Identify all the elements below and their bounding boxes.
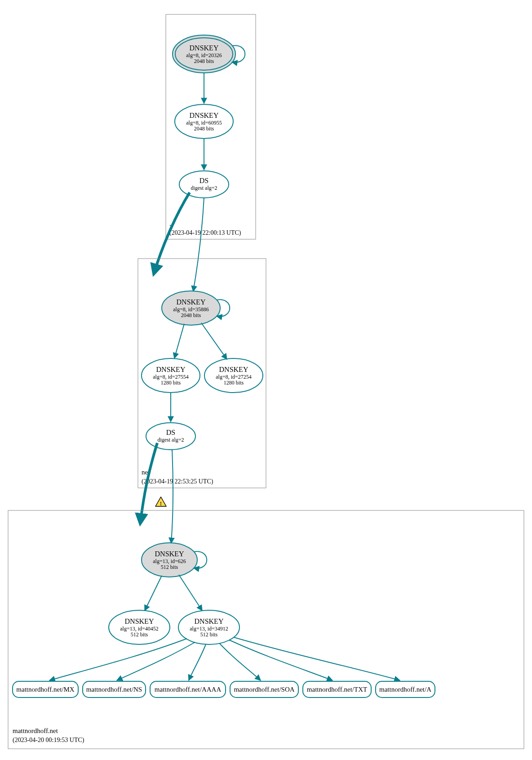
svg-point-10 [179,171,229,198]
svg-text:2048 bits: 2048 bits [194,58,214,64]
node-net-ksk: DNSKEY alg=8, id=35886 2048 bits [162,291,220,325]
svg-text:512 bits: 512 bits [200,631,218,638]
node-domain-zsk2: DNSKEY alg=13, id=34912 512 bits [178,610,239,644]
edge-zsk2-mx [49,639,187,680]
svg-text:digest alg=2: digest alg=2 [157,437,184,443]
svg-text:mattnordhoff.net/AAAA: mattnordhoff.net/AAAA [155,686,222,693]
svg-text:alg=13, id=34912: alg=13, id=34912 [190,626,228,632]
zone-domain-timestamp: (2023-04-20 00:19:53 UTC) [13,737,84,744]
svg-text:DNSKEY: DNSKEY [195,617,224,625]
edge-zsk2-aaaa [189,644,206,680]
edge-domain-ksk-zsk1 [145,576,162,611]
svg-text:mattnordhoff.net/MX: mattnordhoff.net/MX [16,686,74,693]
svg-text:2048 bits: 2048 bits [194,125,214,132]
svg-text:alg=8, id=27554: alg=8, id=27554 [153,374,189,380]
svg-text:DS: DS [166,429,175,436]
edge-domain-ksk-zsk2 [179,575,202,611]
dnssec-graph: . (2023-04-19 22:00:13 UTC) DNSKEY alg=8… [4,4,528,756]
edge-zsk2-txt [229,640,332,680]
svg-text:alg=13, id=40452: alg=13, id=40452 [120,626,159,632]
zone-domain-label: mattnordhoff.net [13,727,58,734]
zone-root: . (2023-04-19 22:00:13 UTC) DNSKEY alg=8… [166,14,256,239]
svg-text:DS: DS [200,177,208,184]
svg-text:2048 bits: 2048 bits [181,312,201,318]
svg-text:mattnordhoff.net/SOA: mattnordhoff.net/SOA [234,686,294,693]
svg-text:DNSKEY: DNSKEY [190,44,219,52]
node-net-zsk1: DNSKEY alg=8, id=27554 1280 bits [142,358,200,393]
rrset-mx: mattnordhoff.net/MX [13,681,78,697]
zone-net-timestamp: (2023-04-19 22:53:25 UTC) [142,478,213,485]
svg-text:!: ! [160,501,162,507]
svg-rect-30 [8,510,524,749]
rrset-aaaa: mattnordhoff.net/AAAA [150,681,226,697]
svg-text:DNSKEY: DNSKEY [155,550,184,558]
warning-icon: ! [155,497,166,507]
rrset-txt: mattnordhoff.net/TXT [303,681,371,697]
zone-root-timestamp: (2023-04-19 22:00:13 UTC) [169,229,241,237]
node-root-ksk: DNSKEY alg=8, id=20326 2048 bits [173,35,235,73]
node-domain-ksk: DNSKEY alg=13, id=626 512 bits [142,543,197,577]
node-domain-zsk1: DNSKEY alg=13, id=40452 512 bits [109,610,170,644]
svg-text:mattnordhoff.net/A: mattnordhoff.net/A [379,686,431,693]
node-net-ds: DS digest alg=2 [146,423,195,450]
svg-text:DNSKEY: DNSKEY [125,617,154,625]
svg-text:DNSKEY: DNSKEY [156,366,186,373]
edge-net-ds-domain-ksk [171,450,173,543]
rrset-soa: mattnordhoff.net/SOA [230,681,298,697]
svg-text:1280 bits: 1280 bits [224,380,244,386]
node-root-zsk: DNSKEY alg=8, id=60955 2048 bits [175,104,233,139]
rrset-ns: mattnordhoff.net/NS [83,681,146,697]
edge-zsk2-soa [219,643,261,680]
svg-text:alg=8, id=60955: alg=8, id=60955 [186,120,222,126]
svg-text:512 bits: 512 bits [161,564,178,570]
svg-text:DNSKEY: DNSKEY [219,366,248,373]
node-net-zsk2: DNSKEY alg=8, id=27254 1280 bits [204,358,263,393]
svg-text:DNSKEY: DNSKEY [177,298,206,306]
svg-text:alg=8, id=27254: alg=8, id=27254 [216,374,252,380]
svg-text:digest alg=2: digest alg=2 [191,185,217,191]
svg-text:alg=13, id=626: alg=13, id=626 [153,558,186,564]
zone-net: net (2023-04-19 22:53:25 UTC) DNSKEY alg… [138,259,266,488]
edge-net-ksk-zsk2 [201,323,227,359]
svg-point-26 [146,423,195,450]
edge-zsk2-ns [117,642,195,680]
edge-root-ds-net-ksk [193,198,204,291]
edge-zsk2-a [234,637,400,680]
svg-text:alg=8, id=20326: alg=8, id=20326 [186,52,222,58]
svg-text:mattnordhoff.net/TXT: mattnordhoff.net/TXT [307,686,367,693]
zone-domain: mattnordhoff.net (2023-04-20 00:19:53 UT… [8,510,524,749]
svg-text:1280 bits: 1280 bits [161,380,181,386]
edge-net-ksk-zsk1 [174,324,184,358]
rrset-a: mattnordhoff.net/A [376,681,435,697]
svg-text:alg=8, id=35886: alg=8, id=35886 [173,306,209,313]
svg-text:512 bits: 512 bits [131,631,148,638]
node-root-ds: DS digest alg=2 [179,171,229,198]
svg-text:mattnordhoff.net/NS: mattnordhoff.net/NS [86,686,142,693]
svg-text:DNSKEY: DNSKEY [190,112,219,119]
